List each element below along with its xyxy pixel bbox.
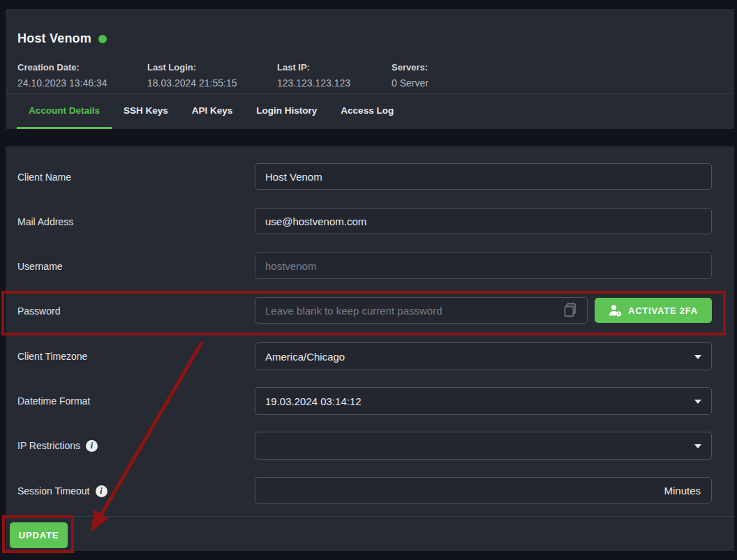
mail-address-input[interactable] (255, 208, 712, 234)
copy-icon[interactable] (563, 302, 579, 319)
meta-label: Servers: (392, 62, 429, 73)
field-label: Client Timezone (17, 342, 87, 370)
meta-servers: Servers: 0 Server (392, 62, 429, 89)
meta-value: 24.10.2023 13:46:34 (17, 77, 107, 89)
chevron-down-icon (694, 400, 701, 404)
password-input[interactable] (255, 297, 588, 324)
tab-api-keys[interactable]: API Keys (180, 94, 245, 129)
activate-2fa-label: ACTIVATE 2FA (628, 305, 698, 316)
form-row-session-timeout: Session Timeout i Minutes (6, 477, 734, 505)
title-row: Host Venom (17, 31, 107, 46)
datetime-format-select[interactable]: 19.03.2024 03:14:12 (255, 387, 712, 415)
chevron-down-icon (694, 444, 701, 448)
account-details-form: Client Name Mail Address Username Passwo… (6, 146, 734, 551)
tab-access-log[interactable]: Access Log (329, 94, 405, 129)
session-timeout-input[interactable] (255, 477, 712, 504)
form-row-password: Password (6, 297, 734, 325)
form-row-client-name: Client Name (6, 163, 734, 191)
update-button[interactable]: UPDATE (10, 522, 68, 548)
client-timezone-select[interactable]: America/Chicago (255, 342, 712, 370)
tab-ssh-keys[interactable]: SSH Keys (112, 94, 180, 129)
field-label: IP Restrictions (17, 440, 80, 451)
activate-2fa-button[interactable]: ACTIVATE 2FA (595, 298, 712, 323)
field-label: Mail Address (17, 208, 73, 236)
tab-account-details[interactable]: Account Details (17, 94, 112, 129)
selected-timezone: America/Chicago (265, 351, 345, 363)
ip-restrictions-select[interactable] (255, 432, 712, 460)
tab-bar: Account Details SSH Keys API Keys Login … (17, 94, 405, 129)
meta-last-login: Last Login: 18.03.2024 21:55:15 (147, 62, 237, 89)
username-input[interactable] (255, 252, 712, 279)
meta-label: Last IP: (277, 62, 350, 73)
form-row-datetime-format: Datetime Format 19.03.2024 03:14:12 (6, 387, 734, 415)
meta-label: Creation Date: (17, 62, 107, 73)
field-label: Session Timeout (17, 485, 90, 497)
info-icon[interactable]: i (96, 485, 107, 497)
user-shield-icon (609, 305, 622, 317)
form-row-ip-restrictions: IP Restrictions i (6, 432, 734, 460)
footer-divider (6, 516, 734, 517)
tab-login-history[interactable]: Login History (244, 94, 329, 129)
page-title: Host Venom (17, 31, 91, 46)
form-row-client-timezone: Client Timezone America/Chicago (6, 342, 734, 370)
form-row-mail-address: Mail Address (6, 208, 734, 236)
form-row-username: Username (6, 252, 734, 280)
field-label: Datetime Format (17, 387, 90, 415)
minutes-suffix: Minutes (664, 477, 701, 504)
account-settings-page: Host Venom Creation Date: 24.10.2023 13:… (0, 0, 737, 560)
field-label: Password (17, 297, 60, 325)
meta-value: 18.03.2024 21:55:15 (147, 77, 237, 89)
meta-value: 0 Server (392, 77, 429, 89)
field-label: Username (17, 252, 63, 280)
meta-creation-date: Creation Date: 24.10.2023 13:46:34 (17, 62, 107, 89)
account-header-card: Host Venom Creation Date: 24.10.2023 13:… (6, 9, 734, 129)
meta-last-ip: Last IP: 123.123.123.123 (277, 62, 350, 89)
field-label: Client Name (17, 163, 71, 191)
client-name-input[interactable] (255, 163, 712, 190)
online-status-dot-icon (98, 35, 107, 43)
info-icon[interactable]: i (86, 440, 98, 452)
selected-datetime-format: 19.03.2024 03:14:12 (265, 395, 362, 407)
meta-value: 123.123.123.123 (277, 77, 350, 89)
chevron-down-icon (694, 355, 701, 359)
meta-label: Last Login: (147, 62, 237, 73)
